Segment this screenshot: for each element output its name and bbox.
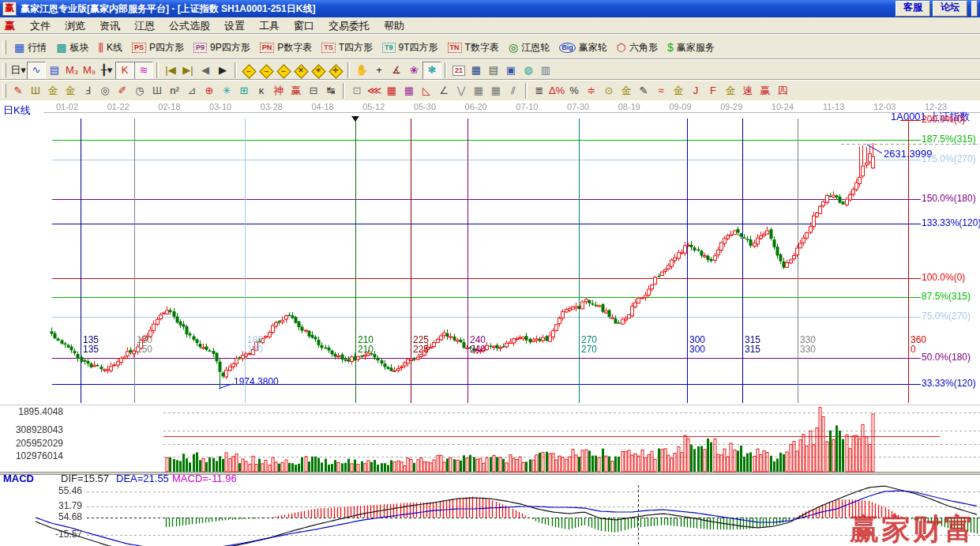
menu-window[interactable]: 窗口	[287, 17, 321, 35]
trend-curve-mode-icon[interactable]: ∿	[27, 62, 46, 80]
winner-service-button[interactable]: $赢家服务	[663, 39, 719, 57]
golden-angle-icon[interactable]: 金	[722, 83, 739, 100]
calendar-icon[interactable]: 21	[450, 62, 467, 79]
menu-tools[interactable]: 工具	[252, 17, 287, 35]
candle-style-menu-icon[interactable]: ╂▾	[98, 62, 115, 79]
red-kline-mode-icon[interactable]: K	[115, 62, 134, 80]
p-square-button[interactable]: PSP四方形	[127, 39, 189, 57]
golden-lines-icon[interactable]: 金	[618, 83, 635, 100]
n-square-icon[interactable]: n²	[166, 83, 183, 100]
goto-last-icon[interactable]: ▶|	[179, 62, 197, 79]
publish-web-icon[interactable]: ◍	[520, 62, 537, 79]
calculator-icon[interactable]: ▦	[467, 62, 485, 79]
gann-rays-icon[interactable]: ⋘	[366, 83, 383, 100]
gann-wheel-button[interactable]: ◎江恩轮	[504, 39, 554, 57]
menu-settings[interactable]: 设置	[217, 17, 252, 35]
kline-period-menu-icon[interactable]: 日▾	[9, 62, 27, 79]
angle-measure-tool-icon[interactable]: ∡	[388, 62, 405, 79]
expand-horizontal-icon[interactable]: ↔	[275, 62, 292, 79]
menu-gann[interactable]: 江恩	[127, 17, 162, 35]
9t-square-button[interactable]: T99T四方形	[377, 39, 443, 57]
info-panel-icon[interactable]: ▤	[46, 62, 63, 79]
gann-grid-red-icon[interactable]: ▦	[383, 83, 400, 100]
grid-target-icon[interactable]: ⊞	[235, 83, 253, 100]
kline-chart-button[interactable]: ⫼K线	[93, 39, 126, 57]
star-cycle-icon[interactable]: ✳	[218, 83, 235, 100]
workstation-icon[interactable]: ▥	[537, 62, 554, 79]
page-right-icon[interactable]: ▶	[214, 62, 231, 79]
compass-target-icon[interactable]: ⊕	[201, 83, 218, 100]
9p-square-button[interactable]: P99P四方形	[189, 39, 255, 57]
wave-tool-icon[interactable]: ≈	[652, 83, 670, 100]
cycle-comb-icon[interactable]: Ш	[148, 83, 166, 100]
notes-icon[interactable]: ▤	[485, 62, 502, 79]
hand-tool-icon[interactable]: ✋	[353, 62, 370, 79]
menu-trade-entrust[interactable]: 交易委托	[321, 17, 377, 35]
save-icon[interactable]: ▣	[502, 62, 520, 79]
customer-service-button[interactable]: 客服	[896, 1, 930, 17]
f-comb-icon[interactable]: Ⅎ	[79, 83, 96, 100]
brain-tool-icon[interactable]: ❃	[422, 62, 441, 80]
sectors-button[interactable]: ▩板块	[51, 39, 93, 57]
delta-percent-icon[interactable]: Δ%	[548, 83, 565, 100]
gann-fan-icon[interactable]: ◺	[418, 83, 435, 100]
marker-pen-icon[interactable]: ✐	[114, 83, 131, 100]
t-square-button[interactable]: TST四方形	[317, 39, 377, 57]
time-grid-icon[interactable]: ▦	[487, 83, 505, 100]
time-clock-icon[interactable]: ◷	[131, 83, 148, 100]
titlebar-extra-button[interactable]	[971, 1, 978, 17]
pen-candle-icon[interactable]: ✎	[635, 83, 652, 100]
volume-histogram-mode-icon[interactable]: ≋	[134, 62, 153, 80]
hexagon-button[interactable]: ⬡六角形	[612, 39, 663, 57]
four-angle-icon[interactable]: 四	[774, 83, 791, 100]
percent-tool-icon[interactable]: %	[565, 83, 583, 100]
menu-formula-stock-pick[interactable]: 公式选股	[162, 17, 217, 35]
j-angle-icon[interactable]: J	[687, 83, 704, 100]
menu-browse[interactable]: 浏览	[58, 17, 92, 35]
percent-lines-icon[interactable]: ≑	[583, 83, 600, 100]
width-arrows-icon[interactable]: ↹	[322, 83, 340, 100]
page-left-icon[interactable]: ◀	[197, 62, 214, 79]
angle-ruler-icon[interactable]: ⊿	[183, 83, 201, 100]
golden-section-icon[interactable]: 金	[670, 83, 687, 100]
winner-angle-icon[interactable]: 赢	[757, 83, 774, 100]
bars-9-icon[interactable]: M₉	[81, 62, 98, 79]
market-quotes-button[interactable]: ▦行情	[9, 39, 51, 57]
menu-file[interactable]: 文件	[23, 17, 58, 35]
ying-grid-icon[interactable]: 赢	[287, 83, 305, 100]
pen-tool-icon[interactable]: ✎	[9, 83, 27, 100]
trend-angle-lines-icon[interactable]: ∠	[435, 83, 452, 100]
gold-comb-2-icon[interactable]: 金	[62, 83, 79, 100]
crosshair-tool-icon[interactable]: +	[370, 62, 388, 79]
flower-tool-icon[interactable]: ❀	[405, 62, 422, 79]
gann-grid-purple-icon[interactable]: ▦	[400, 83, 418, 100]
price-grid-icon[interactable]: ▦	[470, 83, 487, 100]
expand-all-icon[interactable]: ✳	[310, 62, 327, 79]
spiral-tool-icon[interactable]: ◎	[96, 83, 114, 100]
grid-window-icon[interactable]: ⊡	[348, 83, 366, 100]
gold-comb-1-icon[interactable]: 金	[44, 83, 62, 100]
t-number-table-button[interactable]: TNT数字表	[443, 39, 504, 57]
shrink-horizontal-icon[interactable]: ←	[240, 62, 257, 79]
forum-button[interactable]: 论坛	[933, 1, 967, 17]
stats-panel-icon[interactable]: ≣	[531, 83, 548, 100]
winner-wheel-button[interactable]: Big赢家轮	[554, 39, 612, 57]
golden-circle-icon[interactable]: ⊙	[600, 83, 618, 100]
p-number-table-button[interactable]: PNP数字表	[255, 39, 317, 57]
k-marks-icon[interactable]: ĸ	[253, 83, 270, 100]
grow-horizontal-icon[interactable]: →	[257, 62, 275, 79]
reset-scale-icon[interactable]: ✛	[327, 62, 344, 79]
parallel-lines-icon[interactable]: ⫽	[505, 83, 522, 100]
f-angle-icon[interactable]: F	[704, 83, 722, 100]
crosshair-tool-glyph: +	[376, 65, 382, 76]
grid-123-icon[interactable]: ⊟	[305, 83, 322, 100]
bars-3-icon[interactable]: M₃	[63, 62, 81, 79]
speed-angle-icon[interactable]: 速	[739, 83, 757, 100]
compress-chart-icon[interactable]: ✕	[292, 62, 310, 79]
shen-grid-icon[interactable]: 神	[270, 83, 287, 100]
menu-help[interactable]: 帮助	[377, 17, 411, 35]
wave-valley-icon[interactable]: ⋁	[452, 83, 470, 100]
time-comb-icon[interactable]: Ш	[27, 83, 44, 100]
menu-news[interactable]: 资讯	[92, 17, 127, 35]
goto-first-icon[interactable]: |◀	[162, 62, 179, 79]
